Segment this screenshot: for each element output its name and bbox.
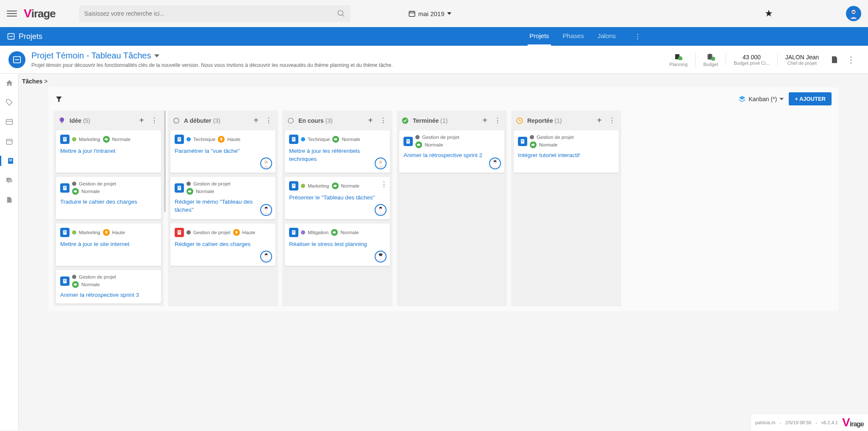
task-card[interactable]: TechniqueNormale Mettre à jour les référ… — [285, 130, 390, 173]
nav-more-icon[interactable]: ⋮ — [634, 33, 641, 40]
task-type-icon — [175, 228, 184, 237]
sidebar — [0, 74, 19, 430]
filter-icon[interactable] — [55, 95, 63, 103]
side-board-icon[interactable] — [4, 117, 14, 127]
search-input[interactable] — [84, 10, 337, 17]
kanban-column: Reportée (1) + ⋮ Gestion de projetNormal… — [511, 111, 621, 306]
task-card[interactable]: MarketingNormale Mettre à jour l'intrane… — [56, 130, 161, 173]
category-label: Marketing — [79, 137, 100, 142]
svg-rect-80 — [522, 141, 524, 141]
date-picker[interactable]: mai 2019 — [408, 10, 451, 17]
tab-phases[interactable]: Phases — [561, 27, 586, 46]
task-card[interactable]: Gestion de projetHaute Rédiger le cahier… — [170, 224, 275, 266]
footer-logo: Virage — [842, 416, 864, 429]
task-card[interactable]: MitigationNormale Réaliser le stress tes… — [285, 224, 390, 266]
task-title[interactable]: Traduire le cahier des charges — [60, 198, 157, 206]
priority-label: Haute — [227, 137, 240, 142]
side-tag-icon[interactable] — [4, 97, 14, 108]
task-card[interactable]: Gestion de projetNormale Traduire le cah… — [56, 177, 161, 219]
search-icon[interactable] — [337, 9, 345, 18]
stat-budget[interactable]: Budget — [695, 52, 726, 67]
side-file-icon[interactable] — [4, 195, 14, 205]
task-type-icon — [175, 135, 184, 144]
tab-jalons[interactable]: Jalons — [596, 27, 618, 46]
column-add-icon[interactable]: + — [137, 116, 146, 125]
category-dot — [186, 230, 191, 235]
side-calendar-icon[interactable] — [4, 136, 14, 146]
nav-bar: Projets Projets Phases Jalons ⋮ — [0, 27, 868, 46]
task-card[interactable]: Gestion de projetNormale Intégrer tutori… — [514, 130, 619, 173]
search-box[interactable] — [79, 5, 351, 22]
task-title[interactable]: Présenter le "Tableau des tâches" — [289, 194, 386, 202]
user-avatar[interactable] — [846, 6, 861, 21]
priority-label: Normale — [539, 142, 557, 147]
menu-icon[interactable] — [7, 8, 17, 19]
column-more-icon[interactable]: ⋮ — [492, 116, 503, 124]
column-add-icon[interactable]: + — [481, 116, 489, 125]
task-title[interactable]: Paramétrer la "vue tâche" — [175, 147, 271, 155]
chevron-down-icon — [779, 98, 784, 100]
category-label: Technique — [193, 137, 215, 142]
task-card[interactable]: MarketingHaute Mettre à jour le site int… — [56, 224, 161, 266]
category-label: Gestion de projet — [79, 274, 116, 279]
svg-rect-30 — [64, 187, 66, 187]
priority-icon — [332, 136, 339, 143]
column-more-icon[interactable]: ⋮ — [264, 116, 274, 124]
side-home-icon[interactable] — [4, 78, 14, 88]
svg-rect-73 — [407, 140, 409, 141]
stat-chef[interactable]: JALON Jean Chef de projet — [777, 54, 826, 66]
task-type-icon — [175, 183, 184, 193]
column-add-icon[interactable]: + — [366, 116, 375, 125]
task-title[interactable]: Mettre à jour les référentiels technique… — [289, 147, 386, 163]
column-add-icon[interactable]: + — [595, 116, 604, 125]
add-button[interactable]: + AJOUTER — [789, 92, 832, 105]
task-title[interactable]: Animer la rétrospective sprint 2 — [403, 152, 500, 160]
project-icon — [8, 51, 25, 68]
task-title[interactable]: Rédiger le mémo "Tableau des tâches" — [175, 198, 271, 214]
task-card[interactable]: Gestion de projetNormale Animer la rétro… — [399, 130, 504, 173]
column-more-icon[interactable]: ⋮ — [607, 116, 617, 124]
stat-doc-icon[interactable] — [826, 55, 843, 64]
column-more-icon[interactable]: ⋮ — [149, 116, 159, 124]
svg-rect-56 — [293, 138, 295, 138]
priority-label: Haute — [112, 230, 125, 235]
svg-rect-46 — [178, 188, 181, 188]
tab-projets[interactable]: Projets — [528, 27, 551, 46]
column-add-icon[interactable]: + — [252, 116, 260, 125]
card-more-icon[interactable]: ⋮ — [381, 180, 387, 188]
column-more-icon[interactable]: ⋮ — [378, 116, 388, 124]
stat-budget-prive[interactable]: 43 000 Budget privé Ci... — [726, 54, 777, 66]
task-title[interactable]: Intégrer tutoriel interactif — [518, 152, 615, 160]
side-chat-icon[interactable] — [4, 175, 14, 185]
priority-icon — [72, 188, 79, 195]
side-tasks-icon[interactable] — [0, 156, 19, 166]
column-title: En cours (3) — [298, 117, 363, 124]
assignee-avatar — [489, 157, 501, 169]
star-icon[interactable]: ★ — [765, 8, 773, 19]
category-label: Marketing — [308, 183, 329, 188]
task-card[interactable]: TechniqueHaute Paramétrer la "vue tâche" — [170, 130, 275, 173]
task-card[interactable]: MarketingNormale ⋮ Présenter le "Tableau… — [285, 177, 390, 219]
task-title[interactable]: Réaliser le stress test planning — [289, 240, 386, 249]
svg-rect-61 — [293, 185, 295, 185]
task-title[interactable]: Mettre à jour l'intranet — [60, 147, 157, 155]
stat-more-icon[interactable]: ⋮ — [843, 55, 860, 65]
chevron-down-icon — [447, 12, 451, 15]
task-card[interactable]: Gestion de projetNormale Animer la rétro… — [56, 270, 161, 304]
view-selector[interactable]: Kanban (*) — [738, 95, 784, 103]
project-title[interactable]: Projet Témoin - Tableau Tâches — [31, 51, 656, 61]
stat-planning[interactable]: Planning — [662, 52, 696, 67]
breadcrumb: Tâches > — [19, 74, 868, 87]
task-type-icon — [60, 183, 70, 193]
svg-rect-66 — [293, 231, 295, 232]
task-title[interactable]: Animer la rétrospective sprint 3 — [60, 291, 157, 299]
task-title[interactable]: Rédiger le cahier des charges — [175, 240, 271, 249]
task-title[interactable]: Mettre à jour le site internet — [60, 240, 157, 249]
svg-rect-74 — [407, 141, 409, 141]
task-card[interactable]: Gestion de projetNormale Rédiger le mémo… — [170, 177, 275, 219]
svg-rect-24 — [9, 160, 12, 161]
category-label: Marketing — [79, 230, 100, 235]
svg-rect-37 — [64, 281, 66, 281]
assignee-avatar — [260, 204, 272, 216]
column-title: Terminée (1) — [413, 117, 477, 124]
